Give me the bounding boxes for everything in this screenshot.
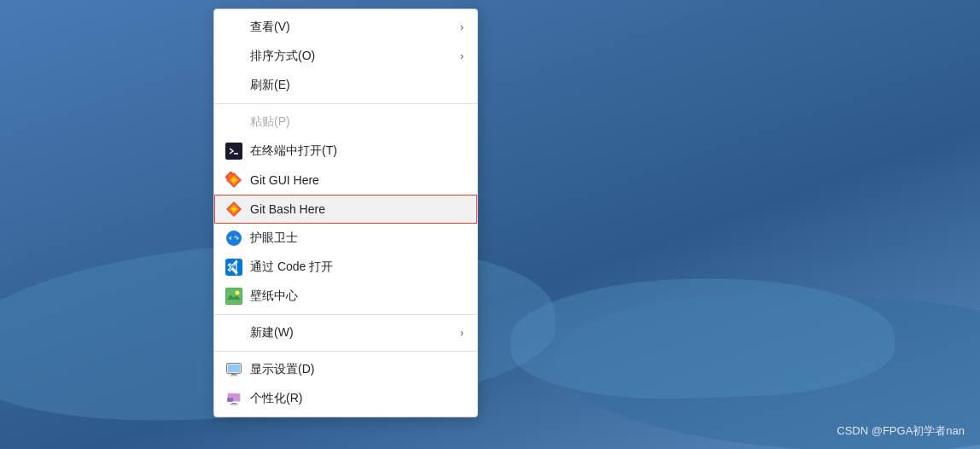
- svg-rect-19: [226, 289, 242, 304]
- menu-item-gitgui[interactable]: Git GUI Here: [214, 166, 477, 195]
- svg-rect-30: [231, 403, 236, 405]
- menu-item-sort[interactable]: 排序方式(O) ›: [214, 42, 477, 71]
- menu-label-paste: 粘贴(P): [250, 114, 464, 130]
- git-gui-icon: [225, 171, 243, 190]
- menu-item-refresh[interactable]: 刷新(E): [214, 71, 477, 100]
- placeholder-icon: [225, 324, 243, 342]
- display-icon: [225, 360, 243, 379]
- menu-item-terminal[interactable]: 在终端中打开(T): [214, 137, 477, 166]
- terminal-icon-shape: [225, 143, 242, 160]
- menu-label-gitgui: Git GUI Here: [250, 173, 464, 187]
- svg-rect-16: [225, 259, 242, 276]
- arrow-icon-new: ›: [460, 327, 464, 339]
- menu-label-eyeguard: 护眼卫士: [250, 230, 464, 246]
- menu-item-gitbash[interactable]: Git Bash Here: [214, 195, 477, 224]
- menu-label-new: 新建(W): [250, 325, 460, 341]
- svg-point-14: [231, 236, 237, 242]
- menu-label-terminal: 在终端中打开(T): [250, 143, 464, 159]
- svg-rect-31: [230, 405, 238, 405]
- menu-label-view: 查看(V): [250, 20, 460, 35]
- wallpaper-icon: [225, 287, 243, 306]
- arrow-icon-sort: ›: [460, 50, 464, 62]
- git-bash-icon: [225, 200, 243, 219]
- separator-2: [214, 314, 477, 315]
- placeholder-icon: [225, 18, 243, 37]
- svg-rect-26: [230, 376, 238, 376]
- menu-label-gitbash: Git Bash Here: [250, 202, 464, 216]
- menu-label-refresh: 刷新(E): [250, 78, 464, 93]
- menu-item-personal[interactable]: 个性化(R): [214, 384, 477, 413]
- separator-1: [214, 103, 477, 104]
- placeholder-icon: [225, 47, 243, 66]
- context-menu: 查看(V) › 排序方式(O) › 刷新(E) 粘贴(P) 在终端中打开(T): [213, 9, 478, 417]
- menu-label-personal: 个性化(R): [250, 391, 464, 406]
- watermark: CSDN @FPGA初学者nan: [837, 423, 965, 439]
- menu-item-display[interactable]: 显示设置(D): [214, 355, 477, 384]
- menu-label-vscode: 通过 Code 打开: [250, 259, 464, 275]
- separator-3: [214, 351, 477, 352]
- svg-rect-29: [227, 398, 233, 402]
- background-waves: [0, 0, 980, 449]
- arrow-icon-view: ›: [460, 21, 464, 33]
- svg-rect-25: [231, 374, 236, 376]
- eye-guard-icon: [225, 229, 243, 248]
- menu-label-sort: 排序方式(O): [250, 49, 460, 64]
- menu-label-display: 显示设置(D): [250, 362, 464, 377]
- svg-rect-24: [228, 364, 240, 372]
- menu-item-paste[interactable]: 粘贴(P): [214, 108, 477, 137]
- vscode-icon: [225, 258, 243, 277]
- menu-item-vscode[interactable]: 通过 Code 打开: [214, 253, 477, 282]
- menu-label-wallpaper: 壁纸中心: [250, 289, 464, 304]
- menu-item-eyeguard[interactable]: 护眼卫士: [214, 224, 477, 253]
- menu-item-new[interactable]: 新建(W) ›: [214, 318, 477, 347]
- svg-point-15: [235, 236, 236, 238]
- menu-item-wallpaper[interactable]: 壁纸中心: [214, 282, 477, 311]
- placeholder-icon: [225, 113, 243, 131]
- terminal-icon: [225, 142, 243, 160]
- personal-icon: [225, 389, 243, 408]
- menu-item-view[interactable]: 查看(V) ›: [214, 13, 477, 42]
- svg-point-21: [236, 291, 240, 295]
- placeholder-icon: [225, 76, 243, 95]
